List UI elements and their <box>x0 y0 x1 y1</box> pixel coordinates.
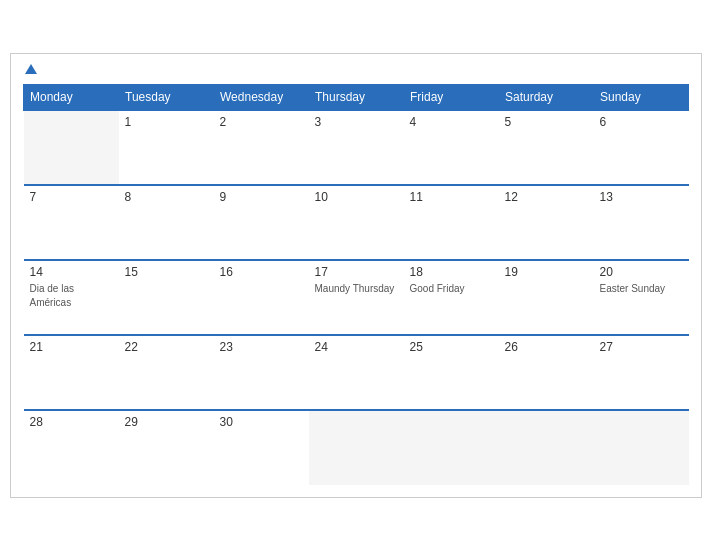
calendar-cell: 7 <box>24 185 119 260</box>
logo <box>23 64 37 74</box>
day-number: 8 <box>125 190 208 204</box>
calendar-cell: 1 <box>119 110 214 185</box>
day-number: 19 <box>505 265 588 279</box>
day-number: 18 <box>410 265 493 279</box>
day-number: 30 <box>220 415 303 429</box>
col-header-wednesday: Wednesday <box>214 84 309 110</box>
calendar-cell: 14Dia de las Américas <box>24 260 119 335</box>
day-number: 17 <box>315 265 398 279</box>
calendar-cell: 26 <box>499 335 594 410</box>
day-number: 24 <box>315 340 398 354</box>
day-number: 3 <box>315 115 398 129</box>
day-number: 13 <box>600 190 683 204</box>
day-number: 7 <box>30 190 113 204</box>
day-number: 21 <box>30 340 113 354</box>
week-row-5: 282930 <box>24 410 689 485</box>
calendar-cell: 20Easter Sunday <box>594 260 689 335</box>
day-number: 12 <box>505 190 588 204</box>
day-number: 22 <box>125 340 208 354</box>
header-row: MondayTuesdayWednesdayThursdayFridaySatu… <box>24 84 689 110</box>
calendar-cell <box>499 410 594 485</box>
day-number: 16 <box>220 265 303 279</box>
calendar-cell: 12 <box>499 185 594 260</box>
calendar-cell: 29 <box>119 410 214 485</box>
calendar-cell: 24 <box>309 335 404 410</box>
week-row-1: 123456 <box>24 110 689 185</box>
calendar-cell: 23 <box>214 335 309 410</box>
calendar-cell: 13 <box>594 185 689 260</box>
calendar-cell: 5 <box>499 110 594 185</box>
holiday-label: Maundy Thursday <box>315 283 395 294</box>
calendar-cell: 10 <box>309 185 404 260</box>
col-header-saturday: Saturday <box>499 84 594 110</box>
calendar-cell <box>404 410 499 485</box>
day-number: 10 <box>315 190 398 204</box>
calendar-cell: 25 <box>404 335 499 410</box>
week-row-3: 14Dia de las Américas151617Maundy Thursd… <box>24 260 689 335</box>
day-number: 6 <box>600 115 683 129</box>
calendar-cell: 8 <box>119 185 214 260</box>
day-number: 9 <box>220 190 303 204</box>
calendar-cell: 28 <box>24 410 119 485</box>
calendar-header <box>23 64 689 74</box>
logo-triangle-icon <box>25 64 37 74</box>
day-number: 27 <box>600 340 683 354</box>
calendar-cell: 2 <box>214 110 309 185</box>
day-number: 15 <box>125 265 208 279</box>
day-number: 23 <box>220 340 303 354</box>
day-number: 4 <box>410 115 493 129</box>
col-header-tuesday: Tuesday <box>119 84 214 110</box>
day-number: 5 <box>505 115 588 129</box>
calendar-cell <box>594 410 689 485</box>
day-number: 29 <box>125 415 208 429</box>
day-number: 1 <box>125 115 208 129</box>
calendar-cell: 27 <box>594 335 689 410</box>
calendar-cell: 19 <box>499 260 594 335</box>
day-number: 28 <box>30 415 113 429</box>
calendar-cell: 9 <box>214 185 309 260</box>
calendar-cell: 17Maundy Thursday <box>309 260 404 335</box>
calendar-container: MondayTuesdayWednesdayThursdayFridaySatu… <box>10 53 702 498</box>
calendar-cell: 30 <box>214 410 309 485</box>
holiday-label: Dia de las Américas <box>30 283 74 308</box>
calendar-cell: 11 <box>404 185 499 260</box>
day-number: 20 <box>600 265 683 279</box>
day-number: 26 <box>505 340 588 354</box>
calendar-cell: 15 <box>119 260 214 335</box>
col-header-sunday: Sunday <box>594 84 689 110</box>
day-number: 11 <box>410 190 493 204</box>
calendar-cell: 3 <box>309 110 404 185</box>
day-number: 25 <box>410 340 493 354</box>
calendar-cell: 21 <box>24 335 119 410</box>
calendar-cell: 6 <box>594 110 689 185</box>
calendar-grid: MondayTuesdayWednesdayThursdayFridaySatu… <box>23 84 689 485</box>
calendar-cell: 4 <box>404 110 499 185</box>
holiday-label: Good Friday <box>410 283 465 294</box>
day-number: 2 <box>220 115 303 129</box>
calendar-cell <box>24 110 119 185</box>
day-number: 14 <box>30 265 113 279</box>
col-header-monday: Monday <box>24 84 119 110</box>
holiday-label: Easter Sunday <box>600 283 666 294</box>
calendar-cell <box>309 410 404 485</box>
col-header-friday: Friday <box>404 84 499 110</box>
calendar-cell: 16 <box>214 260 309 335</box>
week-row-2: 78910111213 <box>24 185 689 260</box>
calendar-cell: 22 <box>119 335 214 410</box>
col-header-thursday: Thursday <box>309 84 404 110</box>
calendar-cell: 18Good Friday <box>404 260 499 335</box>
week-row-4: 21222324252627 <box>24 335 689 410</box>
